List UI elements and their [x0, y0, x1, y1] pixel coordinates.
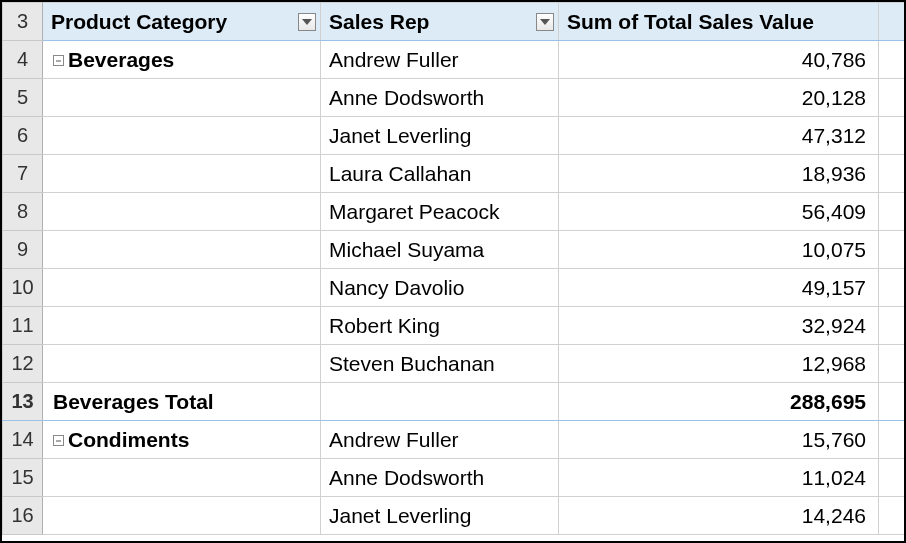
table-row: 4BeveragesAndrew Fuller40,786 [3, 41, 907, 79]
col-header-label: Product Category [51, 10, 227, 33]
value-cell[interactable]: 12,968 [559, 345, 879, 383]
collapse-icon[interactable] [53, 435, 64, 446]
table-row: 8Margaret Peacock56,409 [3, 193, 907, 231]
filter-button[interactable] [536, 13, 554, 31]
row-number[interactable]: 11 [3, 307, 43, 345]
table-row: 15Anne Dodsworth11,024 [3, 459, 907, 497]
table-row: 11Robert King32,924 [3, 307, 907, 345]
empty-cell[interactable] [879, 383, 907, 421]
sales-rep-cell[interactable]: Nancy Davolio [321, 269, 559, 307]
col-header-label: Sales Rep [329, 10, 429, 33]
row-number[interactable]: 10 [3, 269, 43, 307]
category-cell[interactable] [43, 459, 321, 497]
sales-rep-cell[interactable]: Andrew Fuller [321, 421, 559, 459]
row-number[interactable]: 14 [3, 421, 43, 459]
table-row: 9Michael Suyama10,075 [3, 231, 907, 269]
value-cell[interactable]: 47,312 [559, 117, 879, 155]
table-row: 16Janet Leverling14,246 [3, 497, 907, 535]
empty-cell[interactable] [879, 307, 907, 345]
subtotal-value[interactable]: 288,695 [559, 383, 879, 421]
sales-rep-cell[interactable]: Anne Dodsworth [321, 79, 559, 117]
col-header-sales-rep[interactable]: Sales Rep [321, 3, 559, 41]
table-row: 10Nancy Davolio49,157 [3, 269, 907, 307]
pivot-table: 3 Product Category Sales Rep Sum of Tota… [2, 2, 906, 535]
empty-cell[interactable] [879, 155, 907, 193]
col-header-empty [879, 3, 907, 41]
value-cell[interactable]: 18,936 [559, 155, 879, 193]
sales-rep-cell[interactable]: Janet Leverling [321, 497, 559, 535]
row-number[interactable]: 4 [3, 41, 43, 79]
col-header-label: Sum of Total Sales Value [567, 10, 814, 33]
empty-cell[interactable] [879, 41, 907, 79]
table-row: 6Janet Leverling47,312 [3, 117, 907, 155]
table-row: 7Laura Callahan18,936 [3, 155, 907, 193]
value-cell[interactable]: 40,786 [559, 41, 879, 79]
sales-rep-cell[interactable]: Andrew Fuller [321, 41, 559, 79]
row-number[interactable]: 12 [3, 345, 43, 383]
empty-cell[interactable] [879, 117, 907, 155]
empty-cell[interactable] [879, 459, 907, 497]
table-row: 12Steven Buchanan12,968 [3, 345, 907, 383]
category-cell[interactable]: Condiments [43, 421, 321, 459]
sales-rep-cell[interactable]: Margaret Peacock [321, 193, 559, 231]
sales-rep-cell[interactable]: Robert King [321, 307, 559, 345]
col-header-sum-total[interactable]: Sum of Total Sales Value [559, 3, 879, 41]
row-number[interactable]: 7 [3, 155, 43, 193]
empty-cell[interactable] [879, 231, 907, 269]
table-row: 14CondimentsAndrew Fuller15,760 [3, 421, 907, 459]
category-cell[interactable] [43, 117, 321, 155]
row-number[interactable]: 8 [3, 193, 43, 231]
empty-cell[interactable] [879, 193, 907, 231]
row-number[interactable]: 6 [3, 117, 43, 155]
empty-cell[interactable] [879, 421, 907, 459]
sales-rep-cell[interactable]: Steven Buchanan [321, 345, 559, 383]
sales-rep-cell[interactable]: Laura Callahan [321, 155, 559, 193]
value-cell[interactable]: 11,024 [559, 459, 879, 497]
col-header-product-category[interactable]: Product Category [43, 3, 321, 41]
svg-marker-1 [540, 19, 550, 25]
category-cell[interactable] [43, 231, 321, 269]
header-row: 3 Product Category Sales Rep Sum of Tota… [3, 3, 907, 41]
category-label: Beverages [68, 48, 174, 71]
empty-cell[interactable] [879, 345, 907, 383]
row-number[interactable]: 15 [3, 459, 43, 497]
sales-rep-cell[interactable]: Janet Leverling [321, 117, 559, 155]
collapse-icon[interactable] [53, 55, 64, 66]
sales-rep-cell[interactable]: Michael Suyama [321, 231, 559, 269]
value-cell[interactable]: 56,409 [559, 193, 879, 231]
chevron-down-icon [302, 19, 312, 25]
filter-button[interactable] [298, 13, 316, 31]
chevron-down-icon [540, 19, 550, 25]
sales-rep-cell[interactable]: Anne Dodsworth [321, 459, 559, 497]
category-cell[interactable] [43, 269, 321, 307]
empty-cell[interactable] [879, 497, 907, 535]
value-cell[interactable]: 20,128 [559, 79, 879, 117]
table-row: 5Anne Dodsworth20,128 [3, 79, 907, 117]
svg-marker-0 [302, 19, 312, 25]
subtotal-label[interactable]: Beverages Total [43, 383, 321, 421]
row-number[interactable]: 16 [3, 497, 43, 535]
value-cell[interactable]: 32,924 [559, 307, 879, 345]
row-number[interactable]: 13 [3, 383, 43, 421]
empty-cell[interactable] [879, 269, 907, 307]
category-cell[interactable] [43, 497, 321, 535]
category-cell[interactable] [43, 193, 321, 231]
category-cell[interactable]: Beverages [43, 41, 321, 79]
value-cell[interactable]: 15,760 [559, 421, 879, 459]
category-cell[interactable] [43, 79, 321, 117]
category-cell[interactable] [43, 345, 321, 383]
value-cell[interactable]: 10,075 [559, 231, 879, 269]
row-number[interactable]: 3 [3, 3, 43, 41]
category-cell[interactable] [43, 155, 321, 193]
row-number[interactable]: 9 [3, 231, 43, 269]
category-cell[interactable] [43, 307, 321, 345]
category-label: Condiments [68, 428, 189, 451]
value-cell[interactable]: 14,246 [559, 497, 879, 535]
value-cell[interactable]: 49,157 [559, 269, 879, 307]
row-number[interactable]: 5 [3, 79, 43, 117]
sales-rep-cell[interactable] [321, 383, 559, 421]
empty-cell[interactable] [879, 79, 907, 117]
spreadsheet-view: 3 Product Category Sales Rep Sum of Tota… [0, 0, 906, 543]
subtotal-row: 13Beverages Total288,695 [3, 383, 907, 421]
